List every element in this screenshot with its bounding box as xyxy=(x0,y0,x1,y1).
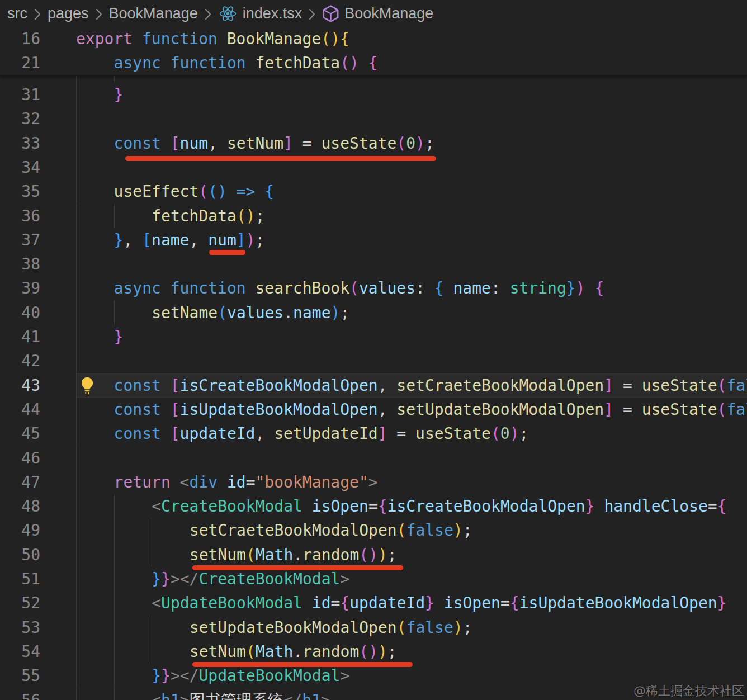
code-text[interactable]: setCraeteBookModalOpen(false); xyxy=(190,518,472,542)
code-line[interactable]: 41} xyxy=(0,325,747,349)
code-text[interactable]: setUpdateBookModalOpen(false); xyxy=(190,616,472,640)
line-number[interactable]: 35 xyxy=(0,179,40,204)
sticky-code-line[interactable]: 16export function BookManage(){ xyxy=(0,27,747,51)
code-line[interactable]: 49setCraeteBookModalOpen(false); xyxy=(0,518,747,542)
code-text[interactable]: setNum(Math.random()); xyxy=(190,640,397,664)
breadcrumb-item-bookmanage[interactable]: BookManage xyxy=(109,5,198,22)
code-text[interactable]: const [isUpdateBookModalOpen, setUpdateB… xyxy=(114,398,747,422)
line-number[interactable]: 55 xyxy=(0,664,40,688)
code-line[interactable]: 54setNum(Math.random()); xyxy=(0,640,747,664)
code-text[interactable]: } xyxy=(114,325,124,349)
line-number[interactable]: 38 xyxy=(0,252,40,276)
breadcrumb-item-src[interactable]: src xyxy=(7,5,27,22)
red-underline-annotation-line-54 xyxy=(192,662,413,667)
code-line[interactable]: 51}}></CreateBookModal> xyxy=(0,567,747,591)
chevron-right-icon xyxy=(95,7,103,22)
indent-guide xyxy=(114,688,115,700)
code-line[interactable]: 42 xyxy=(0,349,747,373)
sticky-code-line[interactable]: 21async function fetchData() { xyxy=(0,51,747,75)
breadcrumb-item-index-tsx[interactable]: index.tsx xyxy=(218,4,302,23)
code-line[interactable]: 43const [isCreateBookModalOpen, setCraet… xyxy=(0,373,747,398)
code-line[interactable]: 53setUpdateBookModalOpen(false); xyxy=(0,616,747,640)
code-line[interactable]: 38 xyxy=(0,252,747,276)
code-text[interactable]: }}></UpdateBookModal> xyxy=(152,664,349,688)
line-number[interactable]: 49 xyxy=(0,518,40,542)
line-number[interactable]: 53 xyxy=(0,616,40,640)
code-line[interactable]: 50setNum(Math.random()); xyxy=(0,543,747,567)
code-text[interactable]: async function searchBook(values: { name… xyxy=(114,276,604,300)
line-number[interactable]: 51 xyxy=(0,567,40,591)
code-text[interactable]: <CreateBookModal isOpen={isCreateBookMod… xyxy=(152,494,726,518)
code-text[interactable]: const [isCreateBookModalOpen, setCraeteB… xyxy=(114,373,747,398)
breadcrumb-item-bookmanage[interactable]: BookManage xyxy=(322,4,433,23)
red-underline-annotation-line-37 xyxy=(209,250,245,255)
code-text[interactable]: return <div id="bookManage"> xyxy=(114,470,378,494)
line-number[interactable]: 52 xyxy=(0,591,40,615)
code-text[interactable]: } xyxy=(114,83,124,107)
line-number[interactable]: 34 xyxy=(0,155,40,179)
indent-guide xyxy=(76,301,77,325)
line-number[interactable]: 40 xyxy=(0,301,40,325)
breadcrumb-label: BookManage xyxy=(344,5,433,22)
line-number[interactable]: 39 xyxy=(0,276,40,300)
line-number[interactable]: 48 xyxy=(0,494,40,518)
line-number[interactable]: 32 xyxy=(0,107,40,131)
indent-guide xyxy=(76,518,77,542)
code-text[interactable]: setNum(Math.random()); xyxy=(190,543,397,567)
line-number[interactable]: 56 xyxy=(0,688,40,700)
code-line[interactable]: 32 xyxy=(0,107,747,131)
line-number[interactable]: 50 xyxy=(0,543,40,567)
indent-guide xyxy=(152,518,152,542)
line-number[interactable]: 47 xyxy=(0,470,40,494)
line-number[interactable]: 46 xyxy=(0,446,40,470)
code-text[interactable]: }, [name, num]); xyxy=(114,228,265,252)
breadcrumb-label: BookManage xyxy=(109,5,198,22)
code-line[interactable]: 46 xyxy=(0,446,747,470)
red-underline-annotation-line-50 xyxy=(192,565,403,570)
code-line[interactable]: 52<UpdateBookModal id={updateId} isOpen=… xyxy=(0,591,747,615)
code-line[interactable]: 31} xyxy=(0,83,747,107)
line-number[interactable]: 37 xyxy=(0,228,40,252)
code-line[interactable]: 39async function searchBook(values: { na… xyxy=(0,276,747,300)
code-line[interactable]: 48<CreateBookModal isOpen={isCreateBookM… xyxy=(0,494,747,518)
line-number[interactable]: 31 xyxy=(0,83,40,107)
lightbulb-icon[interactable] xyxy=(79,376,96,398)
code-line[interactable]: 36fetchData(); xyxy=(0,204,747,228)
code-text[interactable]: fetchData(); xyxy=(152,204,264,228)
breadcrumb-item-pages[interactable]: pages xyxy=(48,5,89,22)
code-editor[interactable]: 31}3233const [num, setNum] = useState(0)… xyxy=(0,75,747,700)
line-number[interactable]: 16 xyxy=(0,27,40,51)
code-text[interactable]: setName(values.name); xyxy=(152,301,349,325)
code-line[interactable]: 33const [num, setNum] = useState(0); xyxy=(0,131,747,155)
line-number[interactable]: 41 xyxy=(0,325,40,349)
code-text[interactable]: const [num, setNum] = useState(0); xyxy=(114,131,434,155)
line-number[interactable]: 54 xyxy=(0,640,40,664)
code-text[interactable]: }}></CreateBookModal> xyxy=(152,567,349,591)
chevron-right-icon xyxy=(308,7,316,22)
code-text[interactable]: const [updateId, setUpdateId] = useState… xyxy=(114,422,529,446)
code-text[interactable]: async function fetchData() { xyxy=(114,51,378,75)
indent-guide xyxy=(114,543,115,567)
line-number[interactable]: 44 xyxy=(0,398,40,422)
line-number[interactable]: 42 xyxy=(0,349,40,373)
code-line[interactable]: 47return <div id="bookManage"> xyxy=(0,470,747,494)
code-line[interactable]: 44const [isUpdateBookModalOpen, setUpdat… xyxy=(0,398,747,422)
code-text[interactable]: export function BookManage(){ xyxy=(76,27,349,51)
code-line[interactable]: 37}, [name, num]); xyxy=(0,228,747,252)
code-line[interactable]: 45const [updateId, setUpdateId] = useSta… xyxy=(0,422,747,446)
line-number[interactable]: 33 xyxy=(0,131,40,155)
line-number[interactable]: 43 xyxy=(0,373,40,398)
line-number[interactable]: 21 xyxy=(0,51,40,75)
indent-guide xyxy=(114,591,115,615)
indent-guide xyxy=(152,543,152,567)
line-number[interactable]: 45 xyxy=(0,422,40,446)
indent-guide xyxy=(76,252,77,276)
code-line[interactable]: 40setName(values.name); xyxy=(0,301,747,325)
indent-guide xyxy=(76,204,77,228)
line-number[interactable]: 36 xyxy=(0,204,40,228)
code-line[interactable]: 35useEffect(() => { xyxy=(0,179,747,204)
code-text[interactable]: <h1>图书管理系统</h1> xyxy=(152,688,330,700)
code-text[interactable]: <UpdateBookModal id={updateId} isOpen={i… xyxy=(152,591,726,615)
code-text[interactable]: useEffect(() => { xyxy=(114,179,275,204)
indent-guide xyxy=(76,155,77,179)
